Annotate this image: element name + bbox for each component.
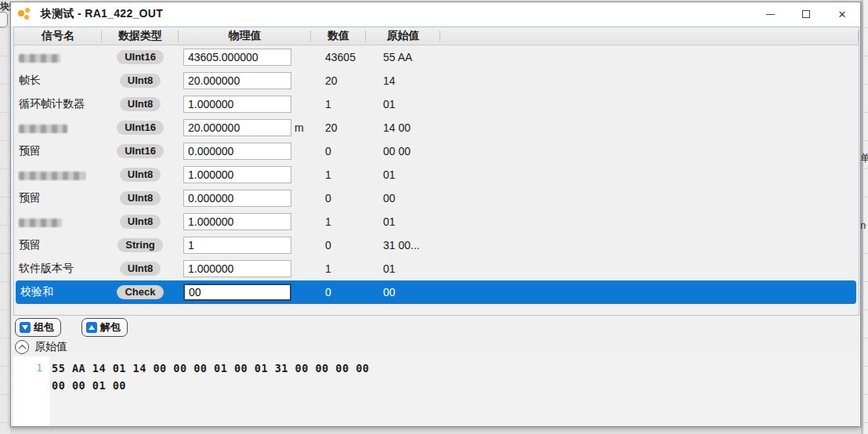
data-type-cell: UInt8 (102, 262, 179, 276)
physical-value-cell (179, 237, 311, 254)
table-row[interactable]: UInt16m2014 00 (14, 116, 859, 139)
maximize-icon (802, 10, 810, 18)
redacted-signal-name (19, 125, 67, 133)
data-type-badge: UInt8 (120, 262, 161, 276)
data-type-cell: UInt16 (102, 121, 179, 135)
raw-section-title: 原始值 (34, 340, 67, 354)
signal-name: 预留 (14, 191, 102, 205)
data-type-cell: UInt8 (102, 74, 179, 88)
maximize-button[interactable] (788, 2, 824, 26)
raw-value: 31 00... (366, 239, 440, 251)
physical-value-input[interactable] (183, 72, 291, 89)
physical-value-input[interactable] (183, 119, 291, 136)
redacted-signal-name (19, 54, 60, 63)
physical-value-input[interactable] (183, 237, 291, 254)
action-bar: 组包 解包 (15, 318, 128, 337)
table-row[interactable]: UInt8101 (14, 163, 859, 186)
signal-name (14, 215, 102, 228)
physical-value-input[interactable] (183, 96, 291, 113)
header-raw-value: 原始值 (366, 27, 440, 45)
table-row[interactable]: 预留UInt8000 (14, 186, 859, 210)
hex-line-2: 00 00 01 00 (52, 379, 126, 392)
header-signal-name: 信号名 (14, 27, 102, 45)
physical-value-cell (179, 166, 311, 183)
line-number: 1 (36, 362, 42, 374)
window-controls: ✕ (752, 2, 860, 26)
pack-button[interactable]: 组包 (15, 318, 61, 337)
data-type-badge: UInt8 (120, 215, 161, 229)
data-type-cell: UInt16 (102, 50, 179, 64)
data-type-badge: Check (117, 285, 163, 299)
signal-name (14, 168, 102, 181)
window-title: 块测试 - RA1_422_OUT (41, 7, 163, 21)
table-row[interactable]: 预留UInt16000 00 (14, 139, 859, 163)
table-body: UInt164360555 AA帧长UInt82014循环帧计数器UInt810… (14, 45, 859, 304)
numeric-value: 0 (311, 192, 366, 204)
table-row[interactable]: 预留String031 00... (14, 233, 859, 257)
raw-value: 01 (366, 98, 440, 110)
raw-value: 55 AA (366, 51, 440, 63)
unpack-button[interactable]: 解包 (81, 318, 128, 337)
data-type-cell: UInt8 (102, 191, 179, 205)
table-row[interactable]: 软件版本号UInt8101 (14, 257, 859, 280)
collapse-toggle[interactable] (15, 340, 29, 354)
physical-value-input[interactable] (183, 284, 291, 301)
raw-hex-editor[interactable]: 1 55 AA 14 01 14 00 00 00 01 00 01 31 00… (13, 356, 859, 426)
physical-value-input[interactable] (183, 166, 291, 183)
table-row[interactable]: 循环帧计数器UInt8101 (14, 92, 859, 116)
titlebar: 块测试 - RA1_422_OUT ✕ (11, 2, 860, 26)
data-type-badge: UInt8 (120, 97, 161, 111)
background-app-left-strip (0, 0, 10, 434)
close-icon: ✕ (838, 9, 847, 20)
physical-value-input[interactable] (183, 143, 291, 160)
close-button[interactable]: ✕ (824, 2, 860, 26)
unpack-up-icon (86, 322, 97, 333)
physical-value-input[interactable] (183, 213, 291, 230)
hex-line-1: 55 AA 14 01 14 00 00 00 01 00 01 31 00 0… (52, 362, 370, 374)
background-text-fragment: 单 (860, 151, 868, 165)
numeric-value: 0 (311, 286, 366, 298)
data-type-cell: UInt8 (102, 215, 179, 229)
signal-name: 循环帧计数器 (14, 97, 102, 111)
data-type-badge: UInt8 (120, 168, 161, 182)
raw-value: 00 (366, 192, 440, 204)
numeric-value: 1 (311, 262, 366, 275)
physical-value-cell (179, 49, 311, 66)
header-numeric-value: 数值 (311, 27, 366, 45)
raw-value: 00 00 (366, 145, 440, 157)
unpack-button-label: 解包 (100, 320, 121, 335)
raw-value: 01 (366, 215, 440, 228)
table-row[interactable]: 校验和Check000 (16, 280, 856, 304)
pack-down-icon (20, 322, 31, 333)
signal-table: 信号名 数据类型 物理值 数值 原始值 UInt164360555 AA帧长UI… (13, 27, 859, 316)
numeric-value: 1 (311, 168, 366, 181)
raw-value: 01 (366, 262, 440, 275)
numeric-value: 20 (311, 74, 366, 87)
numeric-value: 1 (311, 215, 366, 228)
data-type-cell: UInt8 (102, 168, 179, 182)
raw-value: 00 (366, 286, 440, 298)
signal-name: 校验和 (16, 285, 102, 299)
signal-name: 帧长 (14, 74, 102, 88)
block-test-dialog: 块测试 - RA1_422_OUT ✕ 信号名 数据类型 物理值 数值 原始值 … (10, 2, 861, 427)
table-row[interactable]: 帧长UInt82014 (14, 69, 859, 92)
background-text-fragment: n (860, 219, 868, 231)
numeric-value: 1 (311, 98, 366, 110)
physical-value-cell: m (179, 119, 311, 136)
table-row[interactable]: UInt8101 (14, 210, 859, 233)
app-logo-icon (18, 8, 32, 20)
physical-value-input[interactable] (183, 49, 291, 66)
numeric-value: 20 (311, 121, 366, 134)
header-data-type: 数据类型 (102, 27, 179, 45)
signal-name (14, 121, 102, 134)
physical-value-input[interactable] (183, 260, 291, 277)
table-row[interactable]: UInt164360555 AA (14, 45, 859, 69)
numeric-value: 0 (311, 239, 366, 251)
physical-value-cell (179, 72, 311, 89)
data-type-cell: UInt16 (102, 144, 179, 158)
physical-value-cell (179, 260, 311, 277)
minimize-button[interactable] (752, 2, 788, 26)
physical-value-input[interactable] (183, 190, 291, 207)
raw-value: 14 00 (366, 121, 440, 134)
signal-name: 软件版本号 (14, 262, 102, 276)
